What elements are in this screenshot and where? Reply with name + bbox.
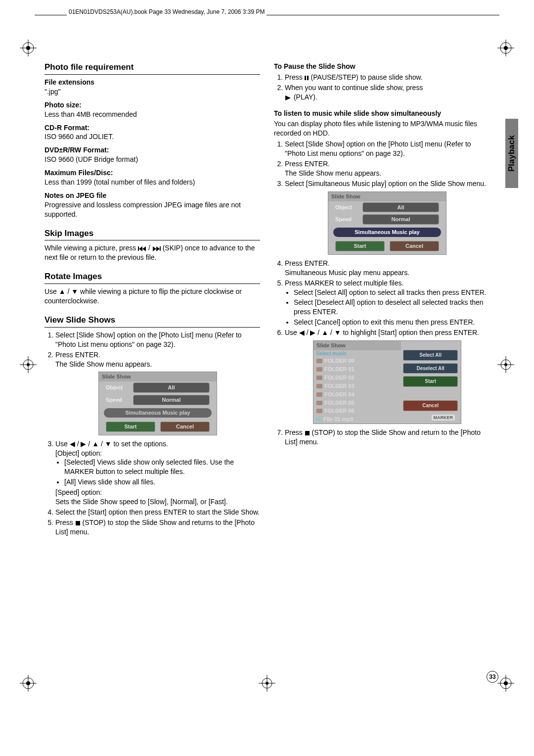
arrow-right-icon: ▶ <box>81 440 86 448</box>
folder-icon <box>316 392 322 397</box>
list-item: Press (PAUSE/STEP) to pause slide show. <box>285 73 490 82</box>
arrow-up-icon: ▲ <box>92 440 99 448</box>
skip-back-icon <box>138 244 146 252</box>
list-item: Use ◀ / ▶ / ▲ / ▼ to highlight [Start] o… <box>285 328 490 424</box>
folder-icon <box>316 359 322 363</box>
subhead: To listen to music while slide show simu… <box>274 109 490 118</box>
stop-icon <box>305 428 310 436</box>
file-row: File 01.mp3 <box>313 415 401 424</box>
svg-marker-32 <box>156 246 160 251</box>
menu-label: Speed <box>106 396 133 404</box>
list-item: Press (STOP) to stop the Slide Show and … <box>55 518 260 537</box>
list-item: Press ENTER. The Slide Show menu appears… <box>55 350 260 435</box>
play-icon <box>285 93 292 101</box>
folder-icon <box>316 401 322 405</box>
body-text: While viewing a picture, press / (SKIP) … <box>44 243 260 262</box>
menu-sub: Select music <box>313 350 401 357</box>
svg-marker-37 <box>285 95 291 100</box>
list-item: Select [Slide Show] option on the [Photo… <box>55 331 260 349</box>
menu-title: Slide Show <box>313 341 401 350</box>
arrow-down-icon: ▼ <box>71 287 78 295</box>
svg-rect-33 <box>160 246 161 251</box>
heading-photo-req: Photo file requirement <box>44 62 260 75</box>
page-number: 33 <box>487 671 498 683</box>
body-text: Less than 1999 (total number of files an… <box>44 178 260 187</box>
arrow-up-icon: ▲ <box>321 329 328 336</box>
body-text: ISO 9660 (UDF Bridge format) <box>44 155 260 164</box>
select-all-button: Select All <box>403 350 458 361</box>
marker-badge: MARKER <box>432 415 455 421</box>
arrow-up-icon: ▲ <box>59 287 66 295</box>
heading-view-slide: View Slide Shows <box>44 315 260 328</box>
left-column: Photo file requirement File extensions "… <box>44 62 260 538</box>
arrow-left-icon: ◀ <box>70 440 75 448</box>
right-column: To Pause the Slide Show Press (PAUSE/STE… <box>274 62 490 538</box>
arrow-down-icon: ▼ <box>334 329 341 336</box>
list-item: Select [Slide Show] option on the [Photo… <box>285 140 490 158</box>
deselect-all-button: Deselect All <box>403 363 458 374</box>
subhead: Photo size: <box>44 100 260 110</box>
body-text: Less than 4MB recommended <box>44 110 260 119</box>
folder-icon <box>316 384 322 388</box>
doc-header: 01EN01DVDS253A(AU).book Page 33 Wednesda… <box>67 8 267 15</box>
subhead: Notes on JPEG file <box>44 191 260 200</box>
folder-row: FOLDER 06 <box>313 407 401 415</box>
folder-row: FOLDER 01 <box>313 365 401 374</box>
body-text: Use ▲ / ▼ while viewing a picture to fli… <box>44 287 260 306</box>
subhead: To Pause the Slide Show <box>274 62 490 71</box>
folder-row: FOLDER 04 <box>313 390 401 399</box>
menu-label: Object <box>106 384 133 391</box>
folder-row: FOLDER 02 <box>313 374 401 382</box>
list-item: When you want to continue slide show, pr… <box>285 83 490 102</box>
arrow-down-icon: ▼ <box>105 440 112 448</box>
cancel-button: Cancel <box>390 241 439 251</box>
arrow-left-icon: ◀ <box>299 329 305 336</box>
slideshow-menu-figure: Slide Show ObjectAll SpeedNormal Simulta… <box>98 372 217 435</box>
list-item: Press MARKER to select multiple files. S… <box>285 279 490 327</box>
list-item: [Selected] Views slide show only selecte… <box>64 458 260 476</box>
list-item: Press ENTER.The Slide Show menu appears. <box>285 159 490 178</box>
menu-label: Speed <box>335 216 362 223</box>
svg-rect-34 <box>76 521 80 525</box>
svg-marker-29 <box>139 246 142 251</box>
subhead: File extensions <box>44 78 260 87</box>
list-item: Select [Cancel] option to exit this menu… <box>294 318 490 327</box>
list-item: Select [Select All] option to select all… <box>294 288 490 297</box>
cancel-button: Cancel <box>403 400 458 411</box>
body-text: You can display photo files while listen… <box>274 119 490 138</box>
svg-rect-36 <box>307 76 309 80</box>
skip-forward-icon <box>152 244 161 252</box>
heading-rotate: Rotate Images <box>44 271 260 284</box>
subhead: CD-R Format: <box>44 123 260 133</box>
list-item: Select the [Start] option then press ENT… <box>55 508 260 517</box>
cancel-button: Cancel <box>160 422 210 432</box>
svg-point-15 <box>504 363 507 366</box>
menu-value: Normal <box>362 214 439 225</box>
folder-row: FOLDER 05 <box>313 399 401 407</box>
menu-title: Slide Show <box>328 192 446 201</box>
list-item: [All] Views slide show all files. <box>64 477 260 487</box>
folder-icon <box>316 409 322 413</box>
folder-icon <box>316 376 322 380</box>
body-text: ".jpg" <box>44 87 260 96</box>
folder-icon <box>316 367 322 372</box>
heading-skip: Skip Images <box>44 228 260 241</box>
list-item: Press (STOP) to stop the Slide Show and … <box>285 428 490 447</box>
folder-row: FOLDER 03 <box>313 382 401 390</box>
menu-label: Object <box>335 204 362 211</box>
svg-marker-30 <box>142 246 146 251</box>
arrow-right-icon: ▶ <box>310 329 315 336</box>
select-music-figure: Slide Show Select music FOLDER 00 FOLDER… <box>313 340 461 424</box>
svg-rect-38 <box>305 431 310 435</box>
music-file-icon <box>316 417 321 422</box>
menu-item: Simultaneous Music play <box>104 408 212 418</box>
stop-icon <box>75 519 81 526</box>
list-item: Press ENTER.Simultaneous Music play menu… <box>285 259 490 278</box>
list-item: Select [Simultaneous Music play] option … <box>285 179 490 255</box>
start-button: Start <box>335 241 385 251</box>
section-tab: Playback <box>505 119 518 188</box>
start-button: Start <box>403 376 458 387</box>
svg-rect-28 <box>138 246 139 251</box>
start-button: Start <box>106 422 155 432</box>
menu-value: All <box>362 202 439 213</box>
